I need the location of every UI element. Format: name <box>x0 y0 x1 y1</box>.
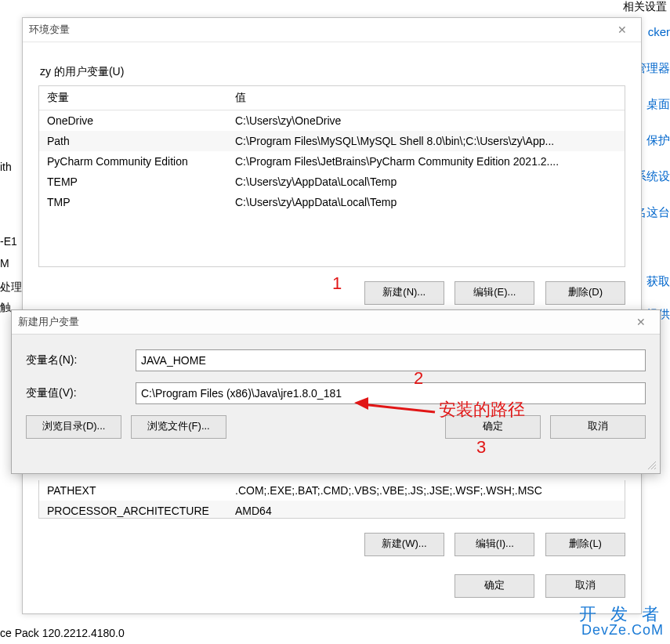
titlebar: 新建用户变量 ✕ <box>12 310 660 335</box>
var-value-label: 变量值(V): <box>26 386 136 400</box>
side-link[interactable]: cker <box>648 25 670 38</box>
var-name: PROCESSOR_ARCHITECTURE <box>39 501 227 519</box>
user-new-button[interactable]: 新建(N)... <box>364 281 444 305</box>
sys-vars-box: PATHEXT.COM;.EXE;.BAT;.CMD;.VBS;.VBE;.JS… <box>38 480 625 519</box>
table-row[interactable]: PyCharm Community EditionC:\Program File… <box>39 151 625 172</box>
bg-text: M <box>0 257 9 270</box>
var-value: .COM;.EXE;.BAT;.CMD;.VBS;.VBE;.JS;.JSE;.… <box>227 480 625 501</box>
sys-new-button[interactable]: 新建(W)... <box>364 533 444 556</box>
newvar-ok-button[interactable]: 确定 <box>445 415 541 439</box>
sys-edit-button[interactable]: 编辑(I)... <box>455 533 534 556</box>
side-link[interactable]: 保护 <box>646 133 670 148</box>
side-link[interactable]: 桌面 <box>646 97 670 112</box>
user-del-button[interactable]: 删除(D) <box>545 281 625 305</box>
bg-text: ce Pack 120.2212.4180.0 <box>0 627 125 639</box>
col-name[interactable]: 变量 <box>39 86 227 110</box>
var-name: PyCharm Community Edition <box>39 151 227 172</box>
sys-vars-table[interactable]: PATHEXT.COM;.EXE;.BAT;.CMD;.VBS;.VBE;.JS… <box>39 480 625 519</box>
var-name: TEMP <box>39 172 227 192</box>
bg-text: 触 <box>0 301 11 315</box>
user-vars-box: 变量 值 OneDriveC:\Users\zy\OneDrive PathC:… <box>38 85 625 267</box>
table-row[interactable]: TEMPC:\Users\zy\AppData\Local\Temp <box>39 172 625 192</box>
sys-del-button[interactable]: 删除(L) <box>545 533 625 556</box>
user-edit-button[interactable]: 编辑(E)... <box>455 281 534 305</box>
var-value: C:\Users\zy\AppData\Local\Temp <box>227 172 625 192</box>
var-name: OneDrive <box>39 110 227 132</box>
var-name: PATHEXT <box>39 480 227 501</box>
var-value: C:\Users\zy\AppData\Local\Temp <box>227 192 625 212</box>
browse-file-button[interactable]: 浏览文件(F)... <box>131 415 226 439</box>
table-row[interactable]: PATHEXT.COM;.EXE;.BAT;.CMD;.VBS;.VBE;.JS… <box>39 480 625 501</box>
var-value: C:\Program Files\MySQL\MySQL Shell 8.0\b… <box>227 131 625 151</box>
close-icon[interactable]: ✕ <box>628 313 654 331</box>
watermark-line2: DevZe.CoM <box>579 623 664 638</box>
bg-text: -E1 <box>0 235 17 248</box>
table-row[interactable]: PROCESSOR_ARCHITECTUREAMD64 <box>39 501 625 519</box>
watermark-line1: 开 发 者 <box>579 605 664 623</box>
bg-text: 处理 <box>0 280 22 295</box>
titlebar: 环境变量 ✕ <box>23 18 641 42</box>
close-icon[interactable]: ✕ <box>610 20 635 39</box>
col-value[interactable]: 值 <box>227 86 625 110</box>
table-row[interactable]: PathC:\Program Files\MySQL\MySQL Shell 8… <box>39 131 625 151</box>
var-name: Path <box>39 131 227 151</box>
var-value: AMD64 <box>227 501 625 519</box>
var-name-input[interactable] <box>136 349 646 371</box>
resize-grip-icon[interactable] <box>647 461 657 470</box>
watermark: 开 发 者 DevZe.CoM <box>579 605 664 638</box>
dialog-title: 环境变量 <box>29 23 610 37</box>
browse-dir-button[interactable]: 浏览目录(D)... <box>26 415 121 439</box>
newvar-cancel-button[interactable]: 取消 <box>550 415 646 439</box>
new-user-var-dialog: 新建用户变量 ✕ 变量名(N): 变量值(V): 浏览目录(D)... 浏览文件… <box>11 309 661 474</box>
user-vars-table[interactable]: 变量 值 OneDriveC:\Users\zy\OneDrive PathC:… <box>39 86 625 212</box>
var-name-label: 变量名(N): <box>26 353 136 367</box>
main-ok-button[interactable]: 确定 <box>455 574 534 598</box>
main-cancel-button[interactable]: 取消 <box>545 574 625 598</box>
dialog-title: 新建用户变量 <box>18 315 628 329</box>
bg-heading: 相关设置 <box>623 0 667 14</box>
var-value-input[interactable] <box>136 382 646 404</box>
var-value: C:\Program Files\JetBrains\PyCharm Commu… <box>227 151 625 172</box>
var-name: TMP <box>39 192 227 212</box>
table-row[interactable]: TMPC:\Users\zy\AppData\Local\Temp <box>39 192 625 212</box>
user-vars-label: zy 的用户变量(U) <box>40 65 625 79</box>
table-row[interactable]: OneDriveC:\Users\zy\OneDrive <box>39 110 625 132</box>
bg-text: ith <box>0 161 12 173</box>
var-value: C:\Users\zy\OneDrive <box>227 110 625 132</box>
side-link[interactable]: 获取 <box>646 274 670 289</box>
